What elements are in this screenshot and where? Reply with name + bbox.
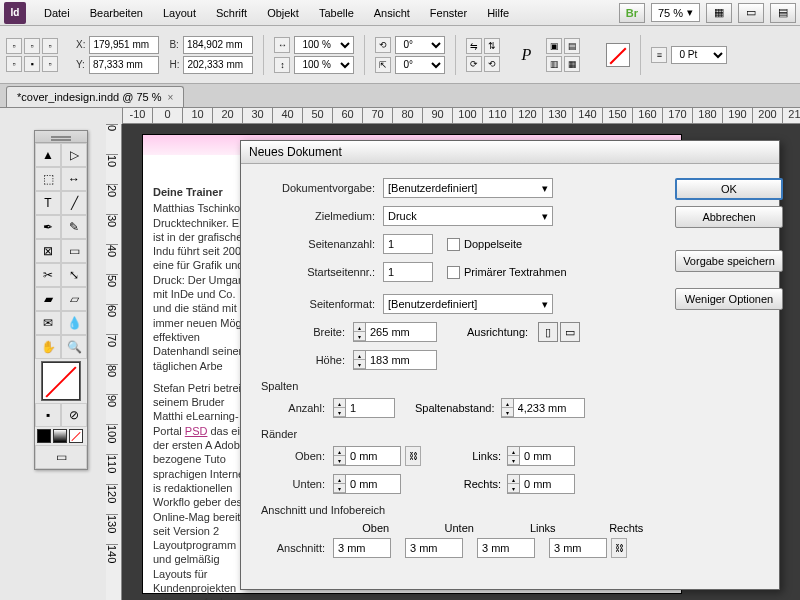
y-input[interactable]	[89, 56, 159, 74]
gap-tool[interactable]: ↔	[61, 167, 87, 191]
margin-left-input[interactable]	[519, 446, 575, 466]
close-icon[interactable]: ×	[167, 92, 173, 103]
bleed-top[interactable]	[333, 538, 391, 558]
page-size-select[interactable]: [Benutzerdefiniert]▾	[383, 294, 553, 314]
reference-point[interactable]: ▫▫▫ ▫▪▫	[6, 38, 66, 72]
arrange-button[interactable]: ▤	[770, 3, 796, 23]
margin-right-spinner[interactable]: ▴▾	[507, 474, 519, 494]
facing-pages-checkbox[interactable]	[447, 238, 460, 251]
panel-grip[interactable]	[35, 131, 87, 143]
menu-datei[interactable]: Datei	[34, 3, 80, 23]
menu-schrift[interactable]: Schrift	[206, 3, 257, 23]
menubar: Id Datei Bearbeiten Layout Schrift Objek…	[0, 0, 800, 26]
fill-swatch[interactable]	[606, 43, 630, 67]
scale-y[interactable]: 100 %	[294, 56, 354, 74]
tools-panel[interactable]: ▲ ▷ ⬚ ↔ T ╱ ✒ ✎ ⊠ ▭ ✂ ⤡ ▰ ▱ ✉ 💧 ✋ 🔍 ▪ ⊘ …	[34, 130, 88, 470]
ok-button[interactable]: OK	[675, 178, 783, 200]
menu-ansicht[interactable]: Ansicht	[364, 3, 420, 23]
link-bleed-icon[interactable]: ⛓	[611, 538, 627, 558]
pencil-tool[interactable]: ✎	[61, 215, 87, 239]
zoom-tool[interactable]: 🔍	[61, 335, 87, 359]
wrap-buttons[interactable]: ▣▤ ▥▦	[546, 38, 596, 72]
columns-input[interactable]	[345, 398, 395, 418]
save-preset-button[interactable]: Vorgabe speichern	[675, 250, 783, 272]
fill-stroke-swatch[interactable]	[41, 361, 81, 401]
bleed-right[interactable]	[549, 538, 607, 558]
margin-bottom-input[interactable]	[345, 474, 401, 494]
document-tabs: *cover_indesign.indd @ 75 % ×	[0, 84, 800, 108]
type-tool[interactable]: T	[35, 191, 61, 215]
app-logo: Id	[4, 2, 26, 24]
menu-layout[interactable]: Layout	[153, 3, 206, 23]
gradient-swatch-tool[interactable]: ▰	[35, 287, 61, 311]
menu-objekt[interactable]: Objekt	[257, 3, 309, 23]
menu-tabelle[interactable]: Tabelle	[309, 3, 364, 23]
document-preset-select[interactable]: [Benutzerdefiniert]▾	[383, 178, 553, 198]
page-tool[interactable]: ⬚	[35, 167, 61, 191]
scale-x[interactable]: 100 %	[294, 36, 354, 54]
ruler-vertical: 0102030405060708090100110120130140	[106, 124, 122, 600]
scissors-tool[interactable]: ✂	[35, 263, 61, 287]
orientation-portrait[interactable]: ▯	[538, 322, 558, 342]
rectangle-tool[interactable]: ▭	[61, 239, 87, 263]
direct-selection-tool[interactable]: ▷	[61, 143, 87, 167]
height-field[interactable]	[365, 350, 437, 370]
intent-select[interactable]: Druck▾	[383, 206, 553, 226]
chevron-down-icon: ▾	[542, 182, 548, 195]
pages-input[interactable]	[383, 234, 433, 254]
primary-text-frame-checkbox[interactable]	[447, 266, 460, 279]
flip-buttons[interactable]: ⇋⇅ ⟳⟲	[466, 38, 506, 72]
gutter-spinner[interactable]: ▴▾	[501, 398, 513, 418]
height-input[interactable]	[183, 56, 253, 74]
x-input[interactable]	[89, 36, 159, 54]
screen-mode-button[interactable]: ▭	[738, 3, 764, 23]
chevron-down-icon: ▾	[542, 210, 548, 223]
margin-left-spinner[interactable]: ▴▾	[507, 446, 519, 466]
eyedropper-tool[interactable]: 💧	[61, 311, 87, 335]
bleed-left[interactable]	[477, 538, 535, 558]
zoom-select[interactable]: 75 %▾	[651, 3, 700, 22]
rotation[interactable]: 0°	[395, 36, 445, 54]
cancel-button[interactable]: Abbrechen	[675, 206, 783, 228]
hand-tool[interactable]: ✋	[35, 335, 61, 359]
menu-hilfe[interactable]: Hilfe	[477, 3, 519, 23]
free-transform-tool[interactable]: ⤡	[61, 263, 87, 287]
new-document-dialog: Neues Dokument OK Abbrechen Vorgabe spei…	[240, 140, 780, 590]
view-mode-toggle[interactable]: ▭	[35, 445, 87, 469]
note-tool[interactable]: ✉	[35, 311, 61, 335]
height-spinner[interactable]: ▴▾	[353, 350, 365, 370]
start-page-input[interactable]	[383, 262, 433, 282]
columns-spinner[interactable]: ▴▾	[333, 398, 345, 418]
line-tool[interactable]: ╱	[61, 191, 87, 215]
width-field[interactable]	[365, 322, 437, 342]
gradient-feather-tool[interactable]: ▱	[61, 287, 87, 311]
menu-bearbeiten[interactable]: Bearbeiten	[80, 3, 153, 23]
stroke-weight[interactable]: 0 Pt	[671, 46, 727, 64]
fewer-options-button[interactable]: Weniger Optionen	[675, 288, 783, 310]
tab-cover-indesign[interactable]: *cover_indesign.indd @ 75 % ×	[6, 86, 184, 107]
page-text-frame[interactable]: Deine Trainer Matthias Tschinko Drucktec…	[153, 185, 253, 600]
selection-tool[interactable]: ▲	[35, 143, 61, 167]
margin-top-spinner[interactable]: ▴▾	[333, 446, 345, 466]
view-mode-button[interactable]: ▦	[706, 3, 732, 23]
scale-y-icon: ↕	[274, 57, 290, 73]
p-style-icon[interactable]: P	[516, 43, 536, 67]
apply-none[interactable]: ⊘	[61, 403, 87, 427]
orientation-landscape[interactable]: ▭	[560, 322, 580, 342]
width-spinner[interactable]: ▴▾	[353, 322, 365, 342]
margin-bottom-spinner[interactable]: ▴▾	[333, 474, 345, 494]
br-button[interactable]: Br	[619, 3, 645, 23]
menu-fenster[interactable]: Fenster	[420, 3, 477, 23]
width-input[interactable]	[183, 36, 253, 54]
apply-color[interactable]: ▪	[35, 403, 61, 427]
margin-right-input[interactable]	[519, 474, 575, 494]
color-swatches[interactable]	[35, 427, 87, 445]
shear[interactable]: 0°	[395, 56, 445, 74]
pen-tool[interactable]: ✒	[35, 215, 61, 239]
rectangle-frame-tool[interactable]: ⊠	[35, 239, 61, 263]
bleed-bottom[interactable]	[405, 538, 463, 558]
link-margins-icon[interactable]: ⛓	[405, 446, 421, 466]
margin-top-input[interactable]	[345, 446, 401, 466]
ruler-horizontal: -100102030405060708090100110120130140150…	[122, 108, 800, 124]
gutter-input[interactable]	[513, 398, 585, 418]
